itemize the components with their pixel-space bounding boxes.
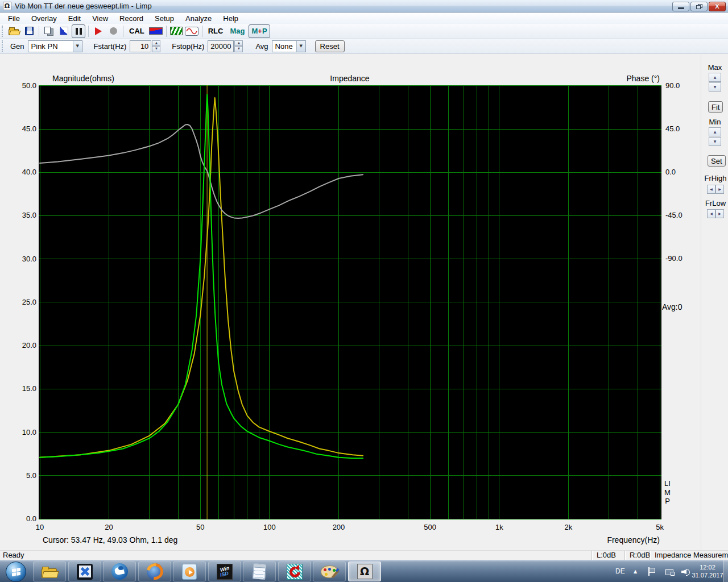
- fstart-down-icon[interactable]: ▼: [152, 46, 160, 52]
- y-tick-label-right: 45.0: [665, 124, 690, 133]
- set-button[interactable]: Set: [708, 155, 726, 167]
- x-tick-label: 2k: [560, 523, 577, 531]
- copy-button[interactable]: [42, 24, 56, 38]
- tray-expand-icon[interactable]: ▲: [634, 560, 637, 582]
- open-file-icon: [9, 27, 20, 35]
- menu-analyze[interactable]: Analyze: [180, 13, 217, 24]
- chevron-down-icon[interactable]: ▼: [73, 41, 82, 52]
- mag-button[interactable]: Mag: [227, 24, 247, 38]
- taskbar-limp-active[interactable]: Ω: [348, 562, 381, 581]
- menu-record[interactable]: Record: [114, 13, 149, 24]
- menu-setup[interactable]: Setup: [149, 13, 180, 24]
- taskbar-media-player[interactable]: [173, 562, 206, 581]
- mag-phase-label: M+P: [249, 27, 269, 35]
- noise-generator-icon: [170, 27, 183, 35]
- averaging-select[interactable]: None ▼: [272, 40, 306, 52]
- impedance-plot[interactable]: [39, 85, 661, 519]
- network-icon[interactable]: [665, 560, 675, 582]
- max-up-icon[interactable]: ▲: [709, 73, 721, 82]
- rlc-label: RLC: [206, 27, 226, 35]
- toolbar: CAL RLC Mag M+P: [0, 24, 728, 39]
- show-desktop-button[interactable]: [723, 560, 728, 582]
- y-tick-label-right: 0.0: [665, 168, 690, 176]
- fstart-input[interactable]: 10: [130, 40, 151, 52]
- menu-overlay[interactable]: Overlay: [26, 13, 63, 24]
- taskbar-red-c-utility[interactable]: [278, 562, 311, 581]
- volume-icon[interactable]: [681, 560, 690, 582]
- fstart-up-icon[interactable]: ▲: [152, 40, 160, 47]
- taskbar-winisd[interactable]: WinISD: [208, 562, 241, 581]
- calibrate-button[interactable]: CAL: [126, 24, 147, 38]
- minimize-icon: [678, 7, 684, 9]
- x-tick-label: 100: [261, 523, 278, 531]
- frhigh-label: FrHigh: [703, 174, 728, 182]
- chevron-down-icon[interactable]: ▼: [296, 41, 305, 52]
- taskbar-thunderbird[interactable]: [103, 562, 136, 581]
- start-button[interactable]: [92, 24, 105, 38]
- min-up-icon[interactable]: ▲: [709, 127, 721, 136]
- start-button[interactable]: [6, 562, 26, 582]
- y-tick-label-left: 40.0: [11, 168, 36, 176]
- y-tick-label-left: 35.0: [11, 211, 36, 219]
- max-down-icon[interactable]: ▼: [709, 82, 721, 92]
- panel-divider: [701, 55, 701, 550]
- pause-icon: [76, 28, 82, 35]
- color-setup-button[interactable]: [148, 24, 163, 38]
- action-center-flag-icon[interactable]: [648, 560, 656, 582]
- taskbar-clock[interactable]: 12:02 31.07.2017: [692, 563, 723, 579]
- x-tick-label: 20: [101, 523, 118, 531]
- menu-help[interactable]: Help: [217, 13, 244, 24]
- min-down-icon[interactable]: ▼: [709, 137, 721, 146]
- taskbar-paint[interactable]: [313, 562, 346, 581]
- x-tick-label: 5k: [651, 523, 668, 531]
- frhigh-left-icon[interactable]: ◀: [707, 185, 715, 194]
- menu-edit[interactable]: Edit: [63, 13, 86, 24]
- limp-watermark: LIMP: [664, 479, 671, 506]
- frlow-spinner: ◀▶: [707, 209, 724, 218]
- scale-setup-button[interactable]: [57, 24, 71, 38]
- impedance-phase-curve: [40, 124, 363, 218]
- menu-file[interactable]: File: [2, 13, 26, 24]
- taskbar-blue-x-app[interactable]: [68, 562, 101, 581]
- fstart-spinner: 10 ▲▼: [130, 40, 160, 52]
- frhigh-right-icon[interactable]: ▶: [715, 185, 724, 194]
- clock-date: 31.07.2017: [692, 571, 723, 579]
- max-spinner: ▲▼: [709, 73, 721, 92]
- min-label: Min: [706, 118, 723, 126]
- fit-button[interactable]: Fit: [708, 101, 723, 113]
- minimize-button[interactable]: [672, 2, 689, 11]
- generator-type-select[interactable]: Pink PN ▼: [28, 40, 82, 52]
- taskbar-windows-explorer[interactable]: [33, 562, 66, 581]
- cursor-readout: Cursor: 53.47 Hz, 49.03 Ohm, 1.1 deg: [43, 535, 177, 544]
- frlow-right-icon[interactable]: ▶: [715, 209, 724, 218]
- close-button[interactable]: X: [709, 2, 726, 11]
- menu-view[interactable]: View: [86, 13, 114, 24]
- stop-button[interactable]: [106, 24, 120, 38]
- controls-grip[interactable]: [2, 40, 5, 52]
- fstop-input[interactable]: 20000: [208, 40, 234, 52]
- magnitude-axis-title: Magnitude(ohms): [52, 74, 114, 83]
- firefox-icon: [147, 563, 163, 580]
- media-player-icon: [182, 564, 197, 580]
- y-tick-label-left: 25.0: [11, 298, 36, 306]
- noise-generator-button[interactable]: [169, 24, 183, 38]
- fstop-down-icon[interactable]: ▼: [234, 46, 243, 52]
- frlow-left-icon[interactable]: ◀: [707, 209, 715, 218]
- max-label: Max: [706, 63, 723, 72]
- y-tick-label-left: 0.0: [11, 514, 36, 523]
- toolbar-grip[interactable]: [2, 26, 5, 37]
- reset-button[interactable]: Reset: [315, 40, 345, 52]
- language-indicator[interactable]: DE: [615, 560, 625, 582]
- taskbar-firefox[interactable]: [138, 562, 171, 581]
- fstop-spinner: 20000 ▲▼: [208, 40, 243, 52]
- taskbar-notepad[interactable]: [243, 562, 276, 581]
- fstop-up-icon[interactable]: ▲: [234, 40, 243, 47]
- mag-phase-button[interactable]: M+P: [249, 24, 270, 38]
- pause-button[interactable]: [72, 24, 85, 38]
- play-icon: [95, 27, 102, 35]
- rlc-button[interactable]: RLC: [205, 24, 226, 38]
- save-button[interactable]: [22, 24, 36, 38]
- restore-button[interactable]: [690, 2, 708, 11]
- sine-generator-button[interactable]: [184, 24, 199, 38]
- open-file-button[interactable]: [7, 24, 21, 38]
